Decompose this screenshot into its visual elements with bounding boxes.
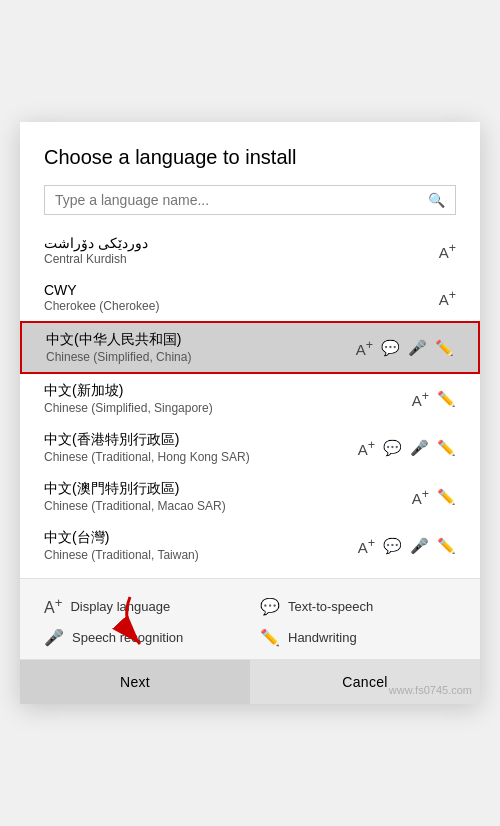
language-list: دوردێکی دۆراشت Central Kurdish A+ CWY Ch… [20,227,480,570]
lang-name: 中文(澳門特別行政區) [44,480,226,498]
feature-tts-label: Text-to-speech [288,599,373,614]
lang-sub: Cherokee (Cherokee) [44,299,159,313]
tts-icon: 💬 [383,537,402,555]
tts-icon: 💬 [383,439,402,457]
lang-sub: Central Kurdish [44,252,148,266]
lang-item-left: 中文(香港特別行政區) Chinese (Traditional, Hong K… [44,431,250,464]
lang-icons: A+ [439,288,456,308]
search-box[interactable]: 🔍 [44,185,456,215]
list-item[interactable]: دوردێکی دۆراشت Central Kurdish A+ [20,227,480,274]
lang-icons: A+ 💬 🎤 ✏️ [356,338,454,358]
lang-name: 中文(台灣) [44,529,199,547]
language-dialog: Choose a language to install 🔍 دوردێکی د… [20,122,480,703]
display-lang-icon: A+ [412,389,429,409]
handwriting-icon: ✏️ [437,488,456,506]
feature-display-language: A+ Display language [44,595,240,617]
lang-icons: A+ [439,241,456,261]
search-input[interactable] [55,192,424,208]
lang-item-left: دوردێکی دۆراشت Central Kurdish [44,235,148,266]
list-item[interactable]: 中文(新加坡) Chinese (Simplified, Singapore) … [20,374,480,423]
lang-item-left: 中文(新加坡) Chinese (Simplified, Singapore) [44,382,213,415]
feature-grid: A+ Display language 💬 Text-to-speech 🎤 S… [44,595,456,646]
lang-name: 中文(中华人民共和国) [46,331,191,349]
lang-icons: A+ ✏️ [412,487,456,507]
lang-icons: A+ 💬 🎤 ✏️ [358,536,456,556]
display-lang-icon: A+ [358,536,375,556]
list-item[interactable]: CWY Cherokee (Cherokee) A+ [20,274,480,321]
feature-tts: 💬 Text-to-speech [260,595,456,617]
tts-feature-icon: 💬 [260,597,280,616]
next-button[interactable]: Next [20,660,250,704]
display-lang-icon: A+ [358,438,375,458]
dialog-title: Choose a language to install [20,146,480,185]
handwriting-feature-icon: ✏️ [260,628,280,647]
lang-sub: Chinese (Simplified, Singapore) [44,401,213,415]
feature-display-lang-label: Display language [70,599,170,614]
feature-speech: 🎤 Speech recognition [44,628,240,647]
list-item[interactable]: 中文(香港特別行政區) Chinese (Traditional, Hong K… [20,423,480,472]
list-item[interactable]: 中文(澳門特別行政區) Chinese (Traditional, Macao … [20,472,480,521]
lang-name: دوردێکی دۆراشت [44,235,148,251]
handwriting-icon: ✏️ [437,439,456,457]
button-row: Next Cancel [20,659,480,704]
handwriting-icon: ✏️ [437,537,456,555]
lang-item-left: 中文(中华人民共和国) Chinese (Simplified, China) [46,331,191,364]
handwriting-icon: ✏️ [437,390,456,408]
speech-icon: 🎤 [408,339,427,357]
handwriting-icon: ✏️ [435,339,454,357]
lang-item-left: CWY Cherokee (Cherokee) [44,282,159,313]
cancel-button[interactable]: Cancel [250,660,480,704]
lang-name: 中文(香港特別行政區) [44,431,250,449]
lang-name: CWY [44,282,159,298]
speech-icon: 🎤 [410,439,429,457]
feature-handwriting-label: Handwriting [288,630,357,645]
list-item-selected[interactable]: 中文(中华人民共和国) Chinese (Simplified, China) … [20,321,480,374]
display-lang-icon: A+ [412,487,429,507]
search-icon: 🔍 [428,192,445,208]
speech-icon: 🎤 [410,537,429,555]
display-lang-icon: A+ [356,338,373,358]
speech-feature-icon: 🎤 [44,628,64,647]
lang-item-left: 中文(澳門特別行政區) Chinese (Traditional, Macao … [44,480,226,513]
lang-name: 中文(新加坡) [44,382,213,400]
lang-icons: A+ 💬 🎤 ✏️ [358,438,456,458]
display-lang-feature-icon: A+ [44,595,62,617]
watermark: www.fs0745.com [389,684,472,696]
tts-icon: 💬 [381,339,400,357]
features-section: A+ Display language 💬 Text-to-speech 🎤 S… [20,578,480,658]
feature-handwriting: ✏️ Handwriting [260,628,456,647]
lang-sub: Chinese (Traditional, Macao SAR) [44,499,226,513]
lang-sub: Chinese (Simplified, China) [46,350,191,364]
lang-icons: A+ ✏️ [412,389,456,409]
display-lang-icon: A+ [439,288,456,308]
feature-speech-label: Speech recognition [72,630,183,645]
lang-item-left: 中文(台灣) Chinese (Traditional, Taiwan) [44,529,199,562]
lang-sub: Chinese (Traditional, Hong Kong SAR) [44,450,250,464]
lang-sub: Chinese (Traditional, Taiwan) [44,548,199,562]
list-item[interactable]: 中文(台灣) Chinese (Traditional, Taiwan) A+ … [20,521,480,570]
display-lang-icon: A+ [439,241,456,261]
